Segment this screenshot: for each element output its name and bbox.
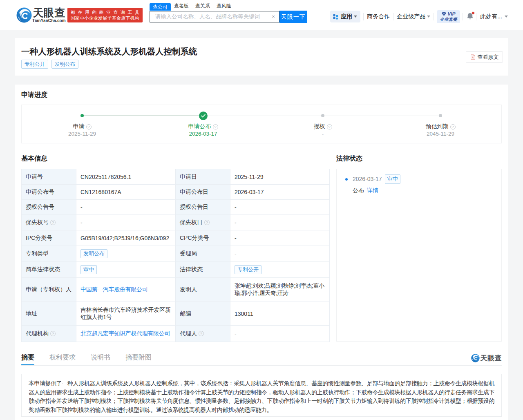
table-row: IPC分类号G05B19/042;B25J9/16;G06N3/092CPC分类… xyxy=(22,230,330,246)
info-label-cell: 地址 xyxy=(22,302,76,326)
info-value-cell: - xyxy=(230,200,330,215)
info-label-cell: 申请日 xyxy=(176,169,230,185)
search-input[interactable] xyxy=(150,13,270,20)
info-value-cell: CN121680167A xyxy=(76,185,176,200)
vip-badge[interactable]: VIP 企业套餐 xyxy=(437,10,460,23)
basic-info-heading: 基本信息 xyxy=(21,154,329,163)
tianyancha-logo[interactable]: 天眼查 TianYanCha.com xyxy=(16,7,66,23)
help-icon[interactable]: ? xyxy=(86,124,92,130)
search-tab-2[interactable]: 查关系 xyxy=(195,3,210,11)
watermark-logo-icon xyxy=(471,354,480,362)
info-label-cell: 代理人? xyxy=(176,326,230,342)
info-label-cell: 发明人 xyxy=(176,278,230,302)
info-label-cell: 邮编 xyxy=(176,302,230,326)
watermark-text: 天眼查 xyxy=(481,353,502,363)
info-value-cell: - xyxy=(230,326,330,342)
info-label-cell: 优先权日? xyxy=(176,215,230,230)
help-icon[interactable]: ? xyxy=(199,331,204,336)
detail-tab-0[interactable]: 摘要 xyxy=(21,353,34,365)
legal-status-heading: 法律状态 xyxy=(336,154,502,163)
info-label-cell: 法律状态 xyxy=(176,262,230,278)
timeline-step-date: 2045-11-29 xyxy=(408,131,473,137)
timeline-dot xyxy=(439,114,442,117)
detail-tabs: 摘要权利要求说明书摘要附图 天眼查 xyxy=(21,354,502,366)
info-value-cell: 2026-03-17 xyxy=(230,185,330,200)
search-input-box: × xyxy=(150,11,279,23)
table-row: 简单法律状态审中法律状态专利公开 xyxy=(22,262,330,278)
notification-dot xyxy=(472,11,475,15)
info-value-cell: 专利公开 xyxy=(230,262,330,278)
nav-business-coop[interactable]: 商务合作 xyxy=(364,13,393,20)
header-nav: 应用 商务合作 企业级产品 VIP 企业套餐 xyxy=(330,10,508,23)
legal-action: 公布 xyxy=(353,187,364,194)
notification-bell[interactable] xyxy=(467,13,474,21)
table-row: 申请号CN202511782056.1申请日2025-11-29 xyxy=(22,169,330,185)
nav-user-menu[interactable]: 此处有... xyxy=(480,13,508,20)
timeline-dot xyxy=(321,114,324,117)
help-icon[interactable]: ? xyxy=(450,124,456,130)
info-label-cell: 专利类型 xyxy=(22,246,76,262)
info-label-cell: 简单法律状态 xyxy=(22,262,76,278)
nav-enterprise-products[interactable]: 企业级产品 xyxy=(393,13,434,20)
legal-date: 2026-03-17 xyxy=(353,176,382,182)
help-icon[interactable]: ? xyxy=(204,220,210,225)
legal-detail-link[interactable]: 详情 xyxy=(367,187,378,194)
info-value-cell: G05B19/042;B25J9/16;G06N3/092 xyxy=(76,230,176,246)
logo-title: 天眼查 xyxy=(33,7,65,18)
apps-grid-icon xyxy=(333,14,338,20)
table-row: 优先权号?-优先权日?- xyxy=(22,215,330,230)
nav-enterprise-label: 企业级产品 xyxy=(397,13,425,20)
info-label-cell: IPC分类号 xyxy=(22,230,76,246)
info-value-cell: 2025-11-29 xyxy=(230,169,330,185)
info-value-cell: - xyxy=(230,215,330,230)
timeline-step-date: 2025-11-29 xyxy=(49,131,115,137)
timeline-step-label: 授权? xyxy=(290,123,355,130)
info-label-cell: 受理局 xyxy=(176,246,230,262)
detail-tab-1[interactable]: 权利要求 xyxy=(49,353,76,365)
detail-tab-2[interactable]: 说明书 xyxy=(91,353,110,365)
pdf-icon xyxy=(470,54,476,60)
info-value-cell: CN202511782056.1 xyxy=(76,169,176,185)
info-value-cell: 130011 xyxy=(230,302,330,326)
view-original-button[interactable]: 查看原文 xyxy=(466,51,503,63)
patent-title: 一种人形机器人训练系统及人形机器人控制系统 xyxy=(21,47,502,56)
entity-link[interactable]: 北京超凡宏宇知识产权代理有限公司 xyxy=(80,330,170,337)
slogan-line2: 国家中小企业发展子基金旗下机构 xyxy=(71,15,139,21)
clear-search-icon[interactable]: × xyxy=(270,13,279,20)
patent-tag-0: 专利公开 xyxy=(21,60,48,69)
info-value-cell: 北京超凡宏宇知识产权代理有限公司 xyxy=(76,326,176,342)
search-tabs: 查公司查老板查关系查风险 xyxy=(150,3,307,11)
legal-status-panel: 2026-03-17审中公布详情 xyxy=(336,169,502,342)
help-icon[interactable]: ? xyxy=(50,220,56,225)
logo-domain: TianYanCha.com xyxy=(32,18,66,23)
table-row: 地址吉林省长春市汽车经济技术开发区新红旗大街1号邮编130011 xyxy=(22,302,330,326)
slogan-line1: 都在用的商业查询工具 xyxy=(71,9,139,15)
abstract-text: 本申请提供了一种人形机器人训练系统及人形机器人控制系统，其中，该系统包括：采集人… xyxy=(29,379,494,414)
table-row: 专利类型发明公布受理局- xyxy=(22,246,330,262)
info-value-cell: 张坤超;刘欢;吕颖;刘秋铮;刘宇杰;董小瑜;郭小洋;屠天奇;汪涛 xyxy=(230,278,330,302)
search-button[interactable]: 天眼一下 xyxy=(279,11,307,23)
search-tab-1[interactable]: 查老板 xyxy=(174,3,189,11)
divider xyxy=(476,13,476,20)
info-value-cell: 中国第一汽车股份有限公司 xyxy=(76,278,176,302)
timeline-step-label: 预估到期? xyxy=(408,123,473,130)
help-icon[interactable]: ? xyxy=(327,124,332,130)
entity-link[interactable]: 中国第一汽车股份有限公司 xyxy=(80,286,148,293)
main-card: 申请进度 申请?2025-11-29申请公布?2026-03-17授权?-预估到… xyxy=(15,85,508,420)
chevron-down-icon xyxy=(354,16,357,18)
search-tab-3[interactable]: 查风险 xyxy=(217,3,231,11)
divider xyxy=(463,13,463,20)
title-card: 一种人形机器人训练系统及人形机器人控制系统 专利公开发明公布 查看原文 xyxy=(15,38,508,76)
detail-tab-3[interactable]: 摘要附图 xyxy=(125,353,152,365)
help-icon[interactable]: ? xyxy=(213,124,218,130)
info-label-cell: 申请号 xyxy=(22,169,76,185)
search-tab-0[interactable]: 查公司 xyxy=(150,3,171,11)
search-area: 查公司查老板查关系查风险 × 天眼一下 xyxy=(150,3,307,23)
vip-diamond-icon xyxy=(442,12,446,16)
help-icon[interactable]: ? xyxy=(50,331,56,336)
application-progress-timeline: 申请?2025-11-29申请公布?2026-03-17授权?-预估到期?204… xyxy=(21,105,502,143)
nav-user-label: 此处有... xyxy=(480,13,502,20)
header: 天眼查 TianYanCha.com 都在用的商业查询工具 国家中小企业发展子基… xyxy=(0,0,523,30)
nav-apps[interactable]: 应用 xyxy=(330,11,360,22)
status-tag: 专利公开 xyxy=(235,265,262,274)
